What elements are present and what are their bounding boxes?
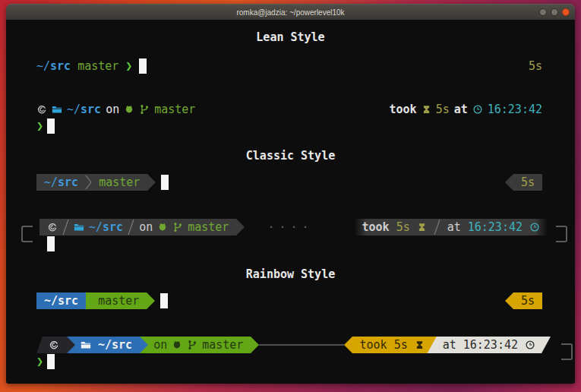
duration-label: 5s	[521, 292, 535, 309]
maximize-button[interactable]	[551, 8, 558, 16]
path-dir: src	[58, 294, 78, 308]
prompt-char: ❯	[36, 118, 43, 134]
took-label: took	[362, 219, 390, 236]
git-branch-label: master	[98, 292, 139, 309]
minimize-button[interactable]	[539, 8, 547, 16]
duration-label: 5s	[521, 174, 535, 191]
git-branch-label: master	[188, 219, 229, 236]
chevron-separator-icon	[85, 174, 92, 191]
path-prefix: ~/	[67, 103, 81, 116]
folder-icon	[52, 104, 62, 115]
segment-path: ~/src	[36, 292, 86, 309]
folder-icon	[81, 340, 91, 350]
took-label: took	[360, 337, 387, 353]
git-branch-label: master	[99, 174, 140, 191]
os-logo-icon	[36, 104, 47, 115]
text-cursor	[47, 119, 55, 134]
github-icon	[157, 222, 168, 232]
segment-status: took 5s at 16:23:42	[355, 219, 548, 236]
lean-prompt-twoline-bottom: ❯	[36, 118, 542, 134]
path-prefix: ~/	[98, 338, 112, 352]
path-prefix: ~/	[89, 220, 103, 234]
segment-branch: master	[86, 292, 147, 309]
prompt-char: ❯	[36, 353, 43, 370]
path-dir: src	[112, 338, 132, 352]
classic-prompt-oneline: ~/src master 5s	[36, 174, 542, 191]
duration-label: 5s	[436, 101, 450, 118]
os-logo-icon	[49, 340, 59, 350]
segment-duration: took 5s	[352, 337, 437, 353]
at-label: at	[443, 337, 456, 353]
segment-context: ~/src on master	[39, 219, 236, 236]
on-label: on	[106, 101, 119, 118]
powerline-arrow	[251, 337, 259, 353]
hourglass-icon	[415, 340, 425, 350]
time-label: 16:23:42	[468, 219, 523, 236]
at-label: at	[454, 101, 468, 118]
took-label: took	[390, 101, 417, 118]
lean-prompt-twoline-top: ~/src on master took 5s at 16:23:42	[36, 101, 542, 118]
segment-branch: on master	[140, 337, 251, 353]
path-prefix: ~/	[36, 58, 50, 74]
section-title-classic: Classic Style	[18, 147, 563, 164]
slash-separator-icon	[434, 219, 440, 236]
prompt-fill-line	[259, 344, 343, 346]
prompt-frame-left	[21, 226, 33, 242]
folder-icon	[74, 222, 84, 232]
window-title: romka@jadzia: ~/powerlevel10k	[236, 8, 344, 17]
path-dir: src	[81, 103, 101, 116]
classic-prompt-twoline: ~/src on master ···· took	[18, 219, 563, 252]
path-prefix: ~/	[44, 294, 58, 308]
hourglass-icon	[417, 222, 427, 232]
powerline-arrow	[140, 337, 148, 353]
rainbow-prompt-oneline: ~/src master 5s	[36, 292, 542, 309]
git-branch-label: master	[77, 58, 118, 74]
git-branch-label: master	[154, 101, 195, 118]
duration-label: 5s	[394, 337, 408, 353]
segment-duration: 5s	[513, 174, 542, 191]
lean-prompt-oneline: ~/src master ❯ 5s	[36, 58, 542, 74]
segment-os	[36, 337, 67, 353]
git-branch-icon	[139, 104, 150, 115]
powerline-arrow	[147, 174, 156, 191]
powerline-arrow	[147, 292, 155, 309]
os-logo-icon	[47, 222, 58, 232]
section-title-rainbow: Rainbow Style	[18, 266, 563, 283]
git-branch-label: master	[202, 337, 243, 353]
prompt-char: ❯	[125, 58, 132, 74]
powerline-arrow	[505, 174, 513, 191]
text-cursor	[47, 354, 55, 369]
on-label: on	[139, 219, 153, 236]
slash-separator-icon	[62, 219, 69, 236]
powerline-arrow	[505, 292, 513, 309]
segment-path: ~/src master	[36, 174, 147, 191]
prompt-fill-dots: ····	[245, 219, 354, 236]
path-dir: src	[50, 58, 71, 74]
duration-label: 5s	[396, 219, 410, 236]
slash-separator-icon	[128, 219, 134, 236]
terminal-window: romka@jadzia: ~/powerlevel10k Lean Style…	[6, 4, 575, 384]
powerline-arrow	[344, 337, 352, 353]
time-label: 16:23:42	[463, 337, 518, 353]
clock-icon	[472, 104, 483, 115]
section-title-lean: Lean Style	[18, 29, 563, 46]
path-dir: src	[58, 175, 78, 189]
close-button[interactable]	[562, 8, 570, 16]
text-cursor	[161, 175, 169, 190]
path-prefix: ~/	[44, 175, 58, 189]
git-branch-icon	[172, 222, 183, 232]
time-label: 16:23:42	[488, 101, 542, 118]
segment-path: ~/src	[67, 337, 140, 353]
rainbow-prompt-twoline: ~/src on master took	[18, 337, 563, 370]
powerline-arrow	[67, 337, 75, 353]
path-dir: src	[103, 220, 123, 234]
terminal-content[interactable]: Lean Style ~/src master ❯ 5s ~/src on	[6, 20, 575, 384]
duration-label: 5s	[529, 58, 542, 74]
clock-icon	[525, 340, 535, 350]
at-label: at	[447, 219, 461, 236]
text-cursor	[160, 293, 168, 308]
text-cursor	[139, 58, 147, 74]
titlebar[interactable]: romka@jadzia: ~/powerlevel10k	[6, 4, 575, 20]
powerline-arrow	[236, 219, 245, 236]
segment-time: at 16:23:42	[428, 337, 551, 353]
